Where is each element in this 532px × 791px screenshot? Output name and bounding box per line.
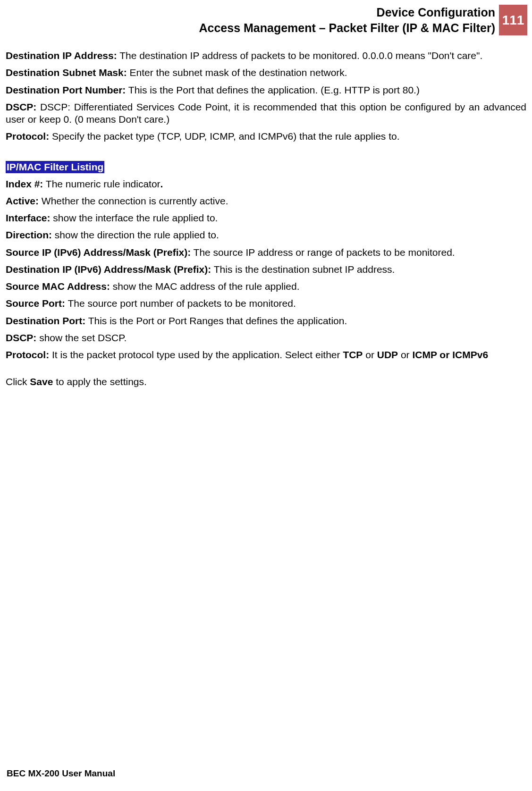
def-bold-icmp: ICMP or ICMPv6	[412, 349, 488, 360]
page-number: 111	[502, 13, 524, 28]
def-term: Destination IP (IPv6) Address/Mask (Pref…	[6, 264, 211, 275]
header-titles: Device Configuration Access Management –…	[199, 5, 499, 35]
def-term: DSCP:	[6, 332, 36, 343]
def-term: Destination IP Address:	[6, 50, 117, 61]
def-term: Index #:	[6, 178, 43, 189]
def-item: Destination Port: This is the Port or Po…	[6, 315, 526, 327]
header-line2: Access Management – Packet Filter (IP & …	[199, 20, 495, 36]
def-item: Active: Whether the connection is curren…	[6, 195, 526, 207]
def-term: Destination Port:	[6, 315, 85, 326]
footer-manual-name: BEC MX-200 User Manual	[7, 768, 115, 779]
def-mid2: or	[398, 349, 412, 360]
def-item: DSCP: DSCP: Differentiated Services Code…	[6, 101, 526, 126]
def-item: Source Port: The source port number of p…	[6, 297, 526, 310]
def-desc: show the MAC address of the rule applied…	[110, 281, 300, 292]
def-term: Protocol:	[6, 349, 49, 360]
save-before: Click	[6, 376, 30, 387]
def-item: Protocol: Specify the packet type (TCP, …	[6, 130, 526, 143]
def-desc: Enter the subnet mask of the destination…	[127, 67, 347, 78]
def-item: Source MAC Address: show the MAC address…	[6, 280, 526, 293]
def-bold-tcp: TCP	[343, 349, 363, 360]
def-term: Source Port:	[6, 298, 65, 309]
header-line1: Device Configuration	[199, 5, 495, 20]
def-item: Destination IP Address: The destination …	[6, 50, 526, 62]
save-after: to apply the settings.	[53, 376, 146, 387]
def-bold-udp: UDP	[377, 349, 398, 360]
def-desc: The numeric rule indicator	[43, 178, 160, 189]
def-term: Destination Port Number:	[6, 84, 126, 95]
def-item: Destination IP (IPv6) Address/Mask (Pref…	[6, 263, 526, 276]
save-instruction: Click Save to apply the settings.	[6, 376, 526, 387]
def-item: DSCP: show the set DSCP.	[6, 332, 526, 344]
def-item: Direction: show the direction the rule a…	[6, 229, 526, 241]
def-term: Interface:	[6, 212, 51, 223]
def-term: Destination Subnet Mask:	[6, 67, 127, 78]
def-bold-tail: .	[160, 178, 163, 189]
def-desc: show the direction the rule applied to.	[52, 229, 219, 240]
def-term: Source IP (IPv6) Address/Mask (Prefix):	[6, 247, 191, 258]
def-desc: This is the destination subnet IP addres…	[211, 264, 395, 275]
save-bold: Save	[30, 376, 53, 387]
page-content: Destination IP Address: The destination …	[0, 50, 532, 387]
def-item: Interface: show the interface the rule a…	[6, 212, 526, 224]
def-mid1: or	[363, 349, 377, 360]
page-number-badge: 111	[499, 5, 527, 35]
def-desc: show the interface the rule applied to.	[51, 212, 218, 223]
section-heading-ipmac: IP/MAC Filter Listing	[6, 161, 104, 173]
def-desc: The source port number of packets to be …	[65, 298, 296, 309]
page-header: Device Configuration Access Management –…	[0, 0, 532, 35]
def-item: Destination Subnet Mask: Enter the subne…	[6, 67, 526, 79]
def-desc: DSCP: Differentiated Services Code Point…	[6, 101, 526, 125]
def-desc: The destination IP address of packets to…	[117, 50, 483, 61]
def-desc-before: It is the packet protocol type used by t…	[49, 349, 343, 360]
def-item: Index #: The numeric rule indicator.	[6, 178, 526, 190]
def-desc: Specify the packet type (TCP, UDP, ICMP,…	[49, 131, 399, 142]
def-term: Active:	[6, 195, 39, 206]
def-desc: This is the Port or Port Ranges that def…	[85, 315, 347, 326]
def-item: Destination Port Number: This is the Por…	[6, 84, 526, 96]
def-desc: show the set DSCP.	[36, 332, 127, 343]
def-item: Source IP (IPv6) Address/Mask (Prefix): …	[6, 246, 526, 259]
def-desc: This is the Port that defines the applic…	[126, 84, 420, 95]
def-desc: Whether the connection is currently acti…	[39, 195, 228, 206]
def-term: Protocol:	[6, 131, 49, 142]
def-term: Direction:	[6, 229, 52, 240]
def-desc: The source IP address or range of packet…	[191, 247, 455, 258]
def-term: Source MAC Address:	[6, 281, 110, 292]
def-protocol-listing: Protocol: It is the packet protocol type…	[6, 349, 526, 361]
def-term: DSCP:	[6, 101, 36, 112]
